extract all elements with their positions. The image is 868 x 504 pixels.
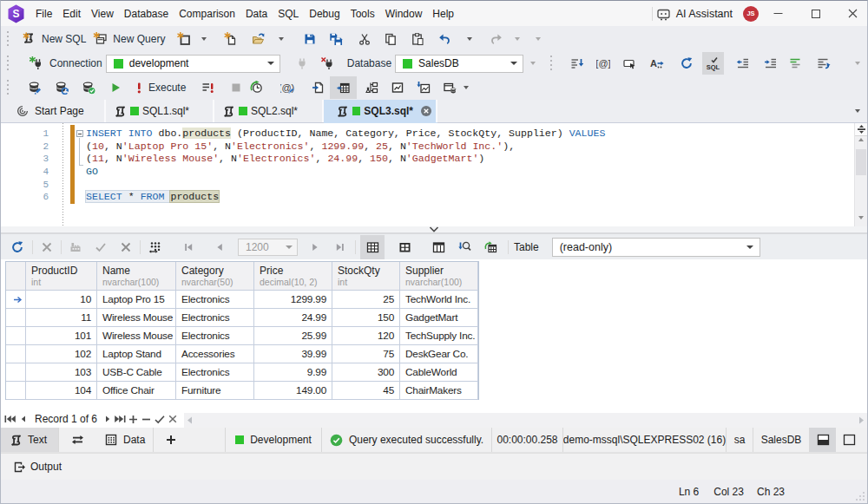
chart-button[interactable]: [387, 77, 408, 98]
data-grid[interactable]: ProductIDintNamenvarchar(100)Categorynva…: [5, 261, 479, 400]
tab-start-page[interactable]: Start Page: [1, 100, 106, 122]
cell-name[interactable]: Wireless Mouse: [97, 309, 176, 327]
cell-supplier[interactable]: DeskGear Co.: [400, 345, 478, 363]
first-record-button[interactable]: [3, 412, 16, 426]
redo-dropdown[interactable]: [515, 37, 520, 41]
cell-supplier[interactable]: CableWorld: [400, 363, 478, 382]
generate-script-button[interactable]: [64, 237, 87, 258]
append-record-button[interactable]: [127, 412, 140, 426]
redo-button[interactable]: [487, 29, 506, 49]
previous-page-button[interactable]: [207, 237, 232, 258]
editor-results-splitter[interactable]: [1, 226, 867, 233]
add-tab-button[interactable]: [154, 428, 188, 452]
cell-stockqty[interactable]: 25: [332, 291, 400, 309]
copy-button[interactable]: [381, 29, 400, 49]
refresh-results-button[interactable]: [5, 237, 30, 258]
cell-productid[interactable]: 103: [26, 363, 97, 382]
page-size-input[interactable]: 1200: [238, 239, 298, 256]
insert-snippet-button[interactable]: [564, 53, 589, 74]
cell-name[interactable]: Wireless Mouse: [97, 327, 176, 345]
next-record-button[interactable]: [101, 412, 114, 426]
save-button[interactable]: [300, 29, 319, 49]
export-data-button[interactable]: [478, 237, 503, 258]
toolbar-grip[interactable]: [549, 56, 554, 71]
menu-file[interactable]: File: [30, 1, 57, 26]
new-window-button[interactable]: [174, 29, 194, 49]
run-button[interactable]: [102, 77, 128, 98]
connect-button[interactable]: [293, 53, 312, 74]
window-layout-button[interactable]: [439, 77, 460, 98]
cell-supplier[interactable]: GadgetMart: [400, 309, 478, 327]
scroll-up-arrow[interactable]: [858, 138, 864, 141]
column-header-price[interactable]: Pricedecimal(10, 2): [254, 262, 332, 291]
cell-stockqty[interactable]: 300: [332, 363, 400, 382]
column-header-supplier[interactable]: Suppliernvarchar(100): [400, 262, 478, 291]
toolbar-grip[interactable]: [6, 56, 10, 71]
cancel-edit-button[interactable]: [166, 412, 179, 426]
outdent-button[interactable]: [731, 53, 755, 74]
grid-view-button[interactable]: [360, 235, 385, 259]
navigate-button[interactable]: A: [644, 53, 668, 74]
cell-category[interactable]: Electronics: [176, 309, 254, 327]
database-combobox[interactable]: SalesDB: [395, 55, 523, 73]
fetch-settings-button[interactable]: [143, 237, 168, 258]
delete-record-button[interactable]: [140, 412, 153, 426]
tab-sql1[interactable]: SQL1.sql*: [106, 100, 214, 122]
execute-toolbar-overflow[interactable]: [464, 86, 469, 89]
menu-database[interactable]: Database: [119, 1, 174, 26]
cell-price[interactable]: 39.99: [254, 345, 332, 363]
minimize-button[interactable]: [766, 1, 791, 26]
connection-combobox[interactable]: development: [106, 55, 280, 73]
card-view-button[interactable]: [392, 237, 417, 258]
first-page-button[interactable]: [176, 237, 201, 258]
new-window-dropdown[interactable]: [201, 37, 207, 41]
scroll-left-icon[interactable]: [187, 416, 194, 424]
cell-supplier[interactable]: ChairMakers: [400, 382, 478, 400]
resize-grip-icon[interactable]: [855, 491, 865, 501]
cell-stockqty[interactable]: 75: [332, 345, 400, 363]
editor-split-handle[interactable]: [855, 123, 867, 136]
cell-price[interactable]: 1299.99: [254, 291, 332, 309]
ai-assistant-button[interactable]: AI Assistant: [656, 7, 733, 21]
cell-productid[interactable]: 104: [26, 382, 97, 400]
toolbar-overflow[interactable]: [536, 37, 541, 41]
cell-category[interactable]: Electronics: [176, 291, 254, 309]
tab-sql3[interactable]: SQL3.sql*: [324, 100, 437, 122]
new-sql-button[interactable]: New SQL: [20, 29, 89, 49]
cell-stockqty[interactable]: 45: [332, 382, 400, 400]
connection-toolbar-overflow[interactable]: [530, 62, 536, 65]
undo-dropdown[interactable]: [467, 37, 472, 41]
menu-window[interactable]: Window: [380, 1, 428, 26]
format-sql-button[interactable]: SQL: [702, 52, 724, 75]
menu-sql[interactable]: SQL: [273, 1, 304, 26]
snippet-manager-button[interactable]: [617, 53, 641, 74]
cell-stockqty[interactable]: 150: [332, 309, 400, 327]
row-header[interactable]: [6, 309, 26, 327]
post-edit-button[interactable]: [153, 412, 166, 426]
new-query-button[interactable]: New Query: [90, 29, 168, 49]
splitter-collapse-icon[interactable]: [429, 226, 439, 232]
format-document-button[interactable]: [811, 53, 835, 74]
cell-productid[interactable]: 11: [26, 309, 97, 327]
row-header[interactable]: [6, 327, 26, 345]
cell-price[interactable]: 9.99: [254, 363, 332, 382]
code-area[interactable]: INSERT INTO dbo.products (ProductID, Nam…: [86, 128, 605, 204]
column-header-productid[interactable]: ProductIDint: [26, 262, 97, 291]
menu-comparison[interactable]: Comparison: [174, 1, 240, 26]
history-button[interactable]: [247, 77, 267, 98]
cancel-changes-button[interactable]: [115, 237, 137, 258]
cell-price[interactable]: 149.00: [254, 382, 332, 400]
toolbar-grip[interactable]: [6, 80, 10, 95]
output-panel-header[interactable]: Output: [1, 453, 867, 480]
row-header[interactable]: [6, 345, 26, 363]
menu-debug[interactable]: Debug: [304, 1, 345, 26]
cell-category[interactable]: Accessories: [176, 345, 254, 363]
tab-text[interactable]: Text: [1, 428, 58, 452]
export-image-button[interactable]: [413, 77, 434, 98]
undo-button[interactable]: [435, 29, 454, 49]
next-page-button[interactable]: [303, 237, 327, 258]
open-dropdown[interactable]: [279, 37, 284, 41]
cell-category[interactable]: Electronics: [176, 363, 254, 382]
user-badge[interactable]: JS: [743, 6, 759, 22]
column-view-button[interactable]: [426, 237, 450, 258]
